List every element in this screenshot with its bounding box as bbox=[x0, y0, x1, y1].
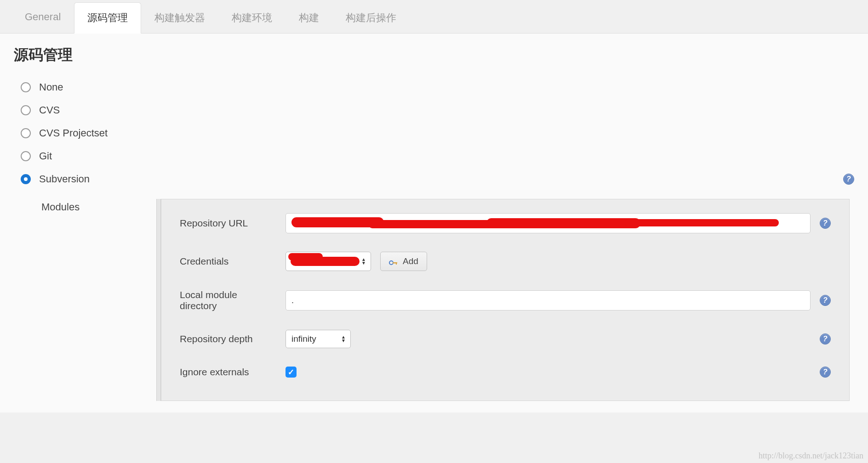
section-divider bbox=[156, 199, 161, 401]
row-repo-url: Repository URL ? bbox=[180, 213, 831, 233]
select-repo-depth[interactable]: infinity ▲▼ bbox=[286, 330, 351, 348]
section-title: 源码管理 bbox=[14, 45, 854, 65]
input-local-dir[interactable]: . bbox=[286, 290, 811, 311]
radio-label: None bbox=[39, 81, 63, 93]
row-credentials: Credentials ▲▼ bbox=[180, 252, 831, 271]
modules-content: Repository URL ? Credentials bbox=[161, 199, 850, 401]
add-button-label: Add bbox=[403, 256, 418, 266]
modules-section: Modules Repository URL bbox=[21, 199, 854, 401]
select-value: infinity bbox=[291, 334, 316, 344]
redacted-content bbox=[291, 219, 805, 227]
radio-cvs-projectset[interactable]: CVS Projectset bbox=[21, 127, 854, 139]
radio-label: Git bbox=[39, 150, 52, 162]
tab-bar: General 源码管理 构建触发器 构建环境 构建 构建后操作 bbox=[0, 0, 868, 34]
select-arrows-icon: ▲▼ bbox=[361, 258, 366, 265]
row-local-dir: Local module directory . ? bbox=[180, 289, 831, 311]
help-icon-repo-url[interactable]: ? bbox=[820, 218, 831, 229]
tab-scm[interactable]: 源码管理 bbox=[74, 2, 141, 34]
key-icon bbox=[389, 258, 398, 265]
svg-rect-2 bbox=[396, 262, 397, 265]
radio-circle-checked-icon bbox=[21, 174, 31, 184]
input-repo-url[interactable] bbox=[286, 213, 811, 233]
radio-label: Subversion bbox=[39, 173, 90, 185]
help-icon-ignore-externals[interactable]: ? bbox=[820, 367, 831, 378]
label-local-dir: Local module directory bbox=[180, 289, 276, 311]
redacted-content bbox=[291, 254, 360, 268]
select-arrows-icon: ▲▼ bbox=[341, 335, 346, 343]
modules-label: Modules bbox=[21, 199, 156, 401]
watermark-text: http://blog.csdn.net/jack123tian bbox=[759, 451, 863, 461]
radio-circle-icon bbox=[21, 82, 31, 92]
page-container: General 源码管理 构建触发器 构建环境 构建 构建后操作 源码管理 No… bbox=[0, 0, 868, 463]
help-icon-local-dir[interactable]: ? bbox=[820, 295, 831, 306]
label-credentials: Credentials bbox=[180, 256, 276, 267]
radio-label: CVS bbox=[39, 104, 60, 116]
tab-build-env[interactable]: 构建环境 bbox=[218, 2, 286, 33]
input-value: . bbox=[291, 296, 294, 305]
question-mark-icon: ? bbox=[843, 174, 854, 185]
row-repo-depth: Repository depth infinity ▲▼ ? bbox=[180, 330, 831, 348]
scm-radio-group: None CVS CVS Projectset Git Subversion ? bbox=[21, 81, 854, 401]
radio-circle-icon bbox=[21, 105, 31, 115]
select-credentials[interactable]: ▲▼ bbox=[286, 252, 371, 271]
help-icon-subversion[interactable]: ? bbox=[843, 174, 854, 185]
label-ignore-externals: Ignore externals bbox=[180, 367, 276, 378]
help-icon-repo-depth[interactable]: ? bbox=[820, 333, 831, 344]
radio-cvs[interactable]: CVS bbox=[21, 104, 854, 116]
tab-build[interactable]: 构建 bbox=[286, 2, 332, 33]
tab-post-build[interactable]: 构建后操作 bbox=[332, 2, 410, 33]
tab-general[interactable]: General bbox=[11, 2, 74, 33]
label-repo-url: Repository URL bbox=[180, 218, 276, 229]
add-credentials-button[interactable]: Add bbox=[380, 252, 427, 271]
radio-circle-icon bbox=[21, 151, 31, 161]
radio-circle-icon bbox=[21, 128, 31, 138]
radio-label: CVS Projectset bbox=[39, 127, 108, 139]
radio-subversion[interactable]: Subversion ? bbox=[21, 173, 854, 185]
row-ignore-externals: Ignore externals ✓ ? bbox=[180, 367, 831, 378]
label-repo-depth: Repository depth bbox=[180, 333, 276, 344]
svg-point-0 bbox=[389, 261, 393, 265]
radio-none[interactable]: None bbox=[21, 81, 854, 93]
tab-build-triggers[interactable]: 构建触发器 bbox=[141, 2, 218, 33]
radio-git[interactable]: Git bbox=[21, 150, 854, 162]
checkbox-ignore-externals[interactable]: ✓ bbox=[286, 367, 297, 378]
content-area: 源码管理 None CVS CVS Projectset Git Su bbox=[0, 34, 868, 412]
